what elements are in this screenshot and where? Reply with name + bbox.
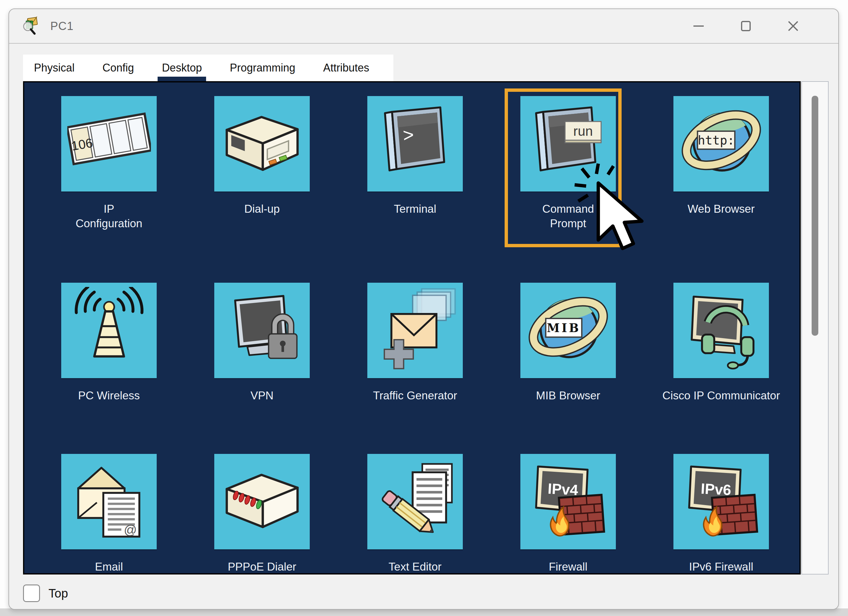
- app-dial-up[interactable]: Dial-up: [214, 96, 310, 216]
- app-label: Dial-up: [185, 202, 338, 216]
- cisco-ip-communicator-icon: [673, 283, 769, 378]
- tab-config[interactable]: Config: [102, 62, 134, 74]
- app-label: Traffic Generator: [338, 388, 492, 403]
- app-pppoe-dialer[interactable]: PPPoE Dialer: [214, 454, 310, 574]
- app-label: Command Prompt: [492, 202, 645, 231]
- vpn-lock-icon: [214, 283, 310, 378]
- dialup-modem-icon: [214, 96, 310, 191]
- device-window: PC1 Physical Config Desktop Programming …: [9, 9, 839, 610]
- app-label: VPN: [185, 388, 338, 403]
- terminal-icon: >: [367, 96, 463, 191]
- app-label: IP Configuration: [33, 202, 185, 231]
- app-ipv6-firewall[interactable]: IPv6 IPv6 Firewall: [673, 454, 769, 574]
- tab-bar: Physical Config Desktop Programming Attr…: [23, 55, 393, 81]
- app-ip-configuration[interactable]: 106 IP Configuration: [61, 96, 157, 231]
- run-button-text: run: [573, 124, 593, 138]
- close-button[interactable]: [784, 17, 802, 36]
- maximize-button[interactable]: [737, 17, 755, 36]
- pppoe-dialer-icon: [214, 454, 310, 549]
- app-label: Firewall: [492, 560, 645, 574]
- titlebar[interactable]: PC1: [9, 9, 838, 44]
- packet-tracer-magnifier-envelope-icon: [22, 16, 42, 36]
- app-traffic-generator[interactable]: Traffic Generator: [367, 283, 463, 403]
- pc-wireless-icon: [61, 283, 157, 378]
- vertical-scrollbar[interactable]: [801, 81, 829, 575]
- top-checkbox-label: Top: [49, 586, 68, 600]
- ipv4-firewall-icon: IPv4: [520, 454, 616, 549]
- app-cisco-ip-communicator[interactable]: Cisco IP Communicator: [673, 283, 769, 403]
- minimize-icon: [692, 19, 706, 33]
- mib-label: MIB: [547, 321, 581, 335]
- ip-configuration-icon: 106: [61, 96, 157, 191]
- minimize-button[interactable]: [689, 17, 708, 36]
- web-browser-icon: http:: [673, 96, 769, 191]
- app-text-editor[interactable]: Text Editor: [367, 454, 463, 574]
- window-controls: [689, 9, 802, 43]
- http-label: http:: [698, 133, 734, 148]
- close-icon: [786, 19, 800, 33]
- at-glyph: @: [124, 523, 137, 537]
- desktop-app-grid: 106 IP Configuration Dial-up: [23, 81, 801, 575]
- app-label: PC Wireless: [33, 388, 185, 403]
- app-web-browser[interactable]: http: Web Browser: [673, 96, 769, 216]
- tab-physical[interactable]: Physical: [34, 62, 74, 74]
- footer-bar: Top: [23, 580, 68, 606]
- ipv4-label: IPv4: [547, 480, 578, 498]
- text-editor-icon: [367, 454, 463, 549]
- app-mib-browser[interactable]: MIB MIB Browser: [520, 283, 616, 403]
- app-label: PPPoE Dialer: [185, 560, 338, 574]
- command-prompt-icon: run: [520, 96, 616, 191]
- app-label: Web Browser: [645, 202, 798, 216]
- ipv6-firewall-icon: IPv6: [673, 454, 769, 549]
- ipv6-label: IPv6: [700, 480, 731, 498]
- app-vpn[interactable]: VPN: [214, 283, 310, 403]
- terminal-prompt-glyph: >: [402, 124, 415, 145]
- tab-programming[interactable]: Programming: [230, 62, 295, 74]
- scrollbar-thumb[interactable]: [812, 96, 818, 336]
- app-label: Text Editor: [338, 560, 492, 574]
- traffic-generator-icon: [367, 283, 463, 378]
- app-firewall[interactable]: IPv4 Firewall: [520, 454, 616, 574]
- app-label: Email: [33, 560, 185, 574]
- top-checkbox[interactable]: [23, 585, 40, 602]
- app-command-prompt[interactable]: run Command Prompt: [520, 96, 616, 231]
- app-label: MIB Browser: [492, 388, 645, 403]
- app-label: Cisco IP Communicator: [645, 388, 798, 403]
- email-icon: @: [61, 454, 157, 549]
- app-label: IPv6 Firewall: [645, 560, 798, 574]
- window-title: PC1: [50, 20, 74, 33]
- maximize-icon: [739, 19, 753, 33]
- mib-browser-icon: MIB: [520, 283, 616, 378]
- app-label: Terminal: [338, 202, 492, 216]
- app-pc-wireless[interactable]: PC Wireless: [61, 283, 157, 403]
- tab-desktop[interactable]: Desktop: [162, 62, 202, 74]
- app-terminal[interactable]: > Terminal: [367, 96, 463, 216]
- app-email[interactable]: @ Email: [61, 454, 157, 574]
- tab-attributes[interactable]: Attributes: [323, 62, 369, 74]
